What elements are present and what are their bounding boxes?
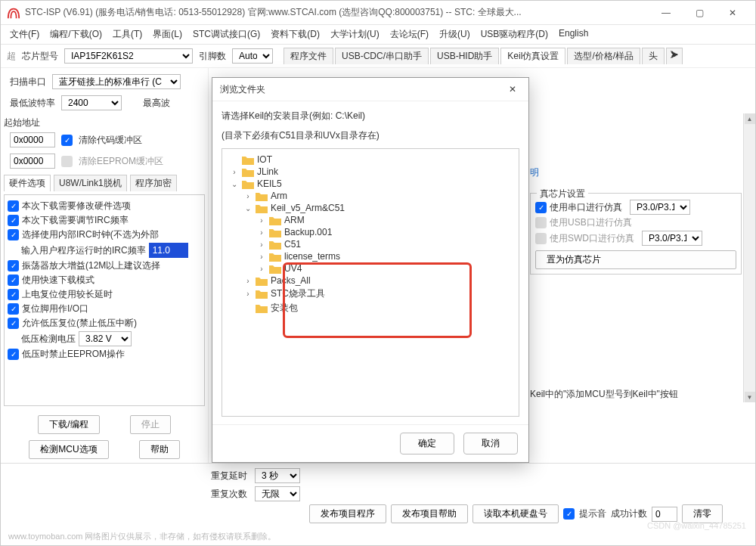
sim-serial-check[interactable]: ✓ — [535, 202, 547, 213]
hw-opt-2-check[interactable]: ✓ — [8, 229, 19, 240]
hw-opt-5: 使用快速下载模式 — [22, 274, 94, 287]
modal-close-icon[interactable]: ✕ — [504, 82, 521, 96]
beep-check[interactable]: ✓ — [563, 508, 575, 520]
hw-opt-7: 复位脚用作I/O口 — [22, 302, 88, 315]
help-button[interactable]: 帮助 — [139, 440, 180, 459]
hw-opt-7-check[interactable]: ✓ — [8, 303, 19, 315]
menu-university[interactable]: 大学计划(U) — [330, 28, 380, 41]
tree-item-jlink[interactable]: ›JLink — [228, 166, 516, 178]
maximize-button[interactable]: ▢ — [683, 2, 716, 24]
clear-eeprom-check[interactable] — [61, 156, 73, 167]
tree-item-backup[interactable]: ›Backup.001 — [256, 226, 516, 238]
sim-serial-port[interactable]: P3.0/P3.1 — [630, 200, 690, 215]
modal-hint1: 请选择Keil的安装目录(例如: C:\Keil) — [222, 109, 519, 123]
hw-tab-options[interactable]: 硬件选项 — [4, 175, 51, 191]
tabs-scroll-right[interactable]: ⮞ — [666, 48, 683, 64]
sim-swd-check[interactable] — [535, 233, 547, 244]
retry-count-select[interactable]: 无限 — [255, 486, 300, 501]
hw-opt-0-check[interactable]: ✓ — [8, 200, 19, 212]
menu-program[interactable]: 编程/下载(O) — [50, 28, 102, 41]
tree-item-uv4[interactable]: ›UV4 — [256, 262, 516, 275]
irc-freq-input[interactable] — [149, 243, 188, 258]
modal-title: 浏览文件夹 — [220, 83, 265, 96]
tree-item-stc-tool[interactable]: ›STC烧录工具 — [242, 287, 516, 301]
hw-opt-10-check[interactable]: ✓ — [8, 349, 19, 360]
minimize-button[interactable]: ― — [649, 2, 683, 24]
sim-serial-label: 使用串口进行仿真 — [550, 201, 622, 214]
folder-tree[interactable]: IOT ›JLink ⌄KEIL5 ›Arm ⌄Keil_v5_Arm&C51 … — [225, 154, 516, 315]
tab-header[interactable]: 头 — [642, 48, 665, 64]
hw-opt-3: 输入用户程序运行时的IRC频率 — [21, 244, 146, 257]
tree-item-arm[interactable]: ›Arm — [242, 190, 516, 202]
detect-mcu-button[interactable]: 检测MCU选项 — [29, 440, 108, 459]
menu-download[interactable]: 资料下载(D) — [271, 28, 320, 41]
min-baud-select[interactable]: 2400 — [61, 95, 122, 110]
tab-usb-cdc[interactable]: USB-CDC/串口助手 — [335, 48, 429, 64]
retry-delay-label: 重复延时 — [211, 470, 247, 482]
min-baud-label: 最低波特率 — [10, 97, 55, 110]
menu-file[interactable]: 文件(F) — [10, 28, 39, 41]
hw-opt-6-check[interactable]: ✓ — [8, 289, 19, 300]
tab-keil-sim[interactable]: Keil仿真设置 — [500, 48, 565, 64]
tree-item-install[interactable]: 安装包 — [242, 301, 516, 315]
app-logo-icon — [7, 6, 20, 20]
hw-opt-10: 低压时禁止EEPROM操作 — [22, 348, 125, 361]
modal-ok-button[interactable]: 确定 — [400, 433, 454, 454]
vertical-scrollbar[interactable]: ▲ ▼ — [743, 113, 755, 402]
tree-item-keil5[interactable]: ⌄KEIL5 — [228, 178, 516, 190]
sim-instr[interactable]: 明 — [530, 166, 742, 179]
menu-usb-driver[interactable]: USB驱动程序(D) — [481, 28, 548, 41]
sim-usb-check[interactable] — [535, 217, 547, 228]
hw-opt-8-check[interactable]: ✓ — [8, 318, 19, 329]
pins-select[interactable]: Auto — [232, 48, 273, 64]
addr2-input[interactable] — [10, 154, 55, 169]
hw-tab-encrypt[interactable]: 程序加密 — [130, 175, 177, 191]
retry-delay-select[interactable]: 3 秒 — [255, 468, 300, 483]
left-panel: 扫描串口 蓝牙链接上的标准串行 (C 最低波特率 2400 最高波 起始地址 ✓… — [1, 68, 209, 463]
menu-upgrade[interactable]: 升级(U) — [439, 28, 470, 41]
browse-folder-dialog: 浏览文件夹 ✕ 请选择Keil的安装目录(例如: C:\Keil) (目录下必须… — [212, 77, 529, 463]
clear-code-check[interactable]: ✓ — [61, 135, 73, 146]
tab-program-file[interactable]: 程序文件 — [284, 48, 333, 64]
modal-cancel-button[interactable]: 取消 — [463, 433, 518, 454]
sim-group-title: 真芯片设置 — [537, 188, 588, 200]
download-button[interactable]: 下载/编程 — [38, 415, 99, 434]
hw-opt-4-check[interactable]: ✓ — [8, 260, 19, 271]
menu-stc-debug[interactable]: STC调试接口(G) — [193, 28, 260, 41]
lv-voltage-select[interactable]: 3.82 V — [79, 331, 132, 346]
read-disk-button[interactable]: 读取本机硬盘号 — [472, 504, 559, 523]
sim-usb-label: 使用USB口进行仿真 — [550, 216, 632, 229]
tree-item-arm2[interactable]: ›ARM — [256, 214, 516, 226]
menu-english[interactable]: English — [559, 28, 588, 41]
hw-tab-u8w[interactable]: U8W/Link1脱机 — [54, 175, 127, 191]
scroll-down-icon[interactable]: ▼ — [745, 392, 755, 402]
tree-item-license[interactable]: ›license_terms — [256, 250, 516, 262]
tree-item-packs[interactable]: ›Packs_All — [242, 275, 516, 287]
sim-swd-port[interactable]: P3.0/P3.1 — [642, 231, 702, 246]
serial-port-select[interactable]: 蓝牙链接上的标准串行 (C — [52, 74, 181, 89]
success-count[interactable] — [652, 507, 677, 522]
modal-hint2: (目录下必须有C51目录和UVx目录存在) — [222, 129, 519, 142]
menu-interface[interactable]: 界面(L) — [153, 28, 182, 41]
titlebar: STC-ISP (V6.91) (服务电话/销售电话: 0513-5501292… — [1, 1, 755, 25]
set-sim-chip-button[interactable]: 置为仿真芯片 — [535, 250, 736, 269]
menu-forum[interactable]: 去论坛(F) — [390, 28, 429, 41]
tree-item-c51[interactable]: ›C51 — [256, 238, 516, 250]
chip-select[interactable]: IAP15F2K61S2 — [64, 48, 193, 64]
hw-opt-4: 振荡器放大增益(12M以上建议选择 — [22, 259, 160, 272]
menu-tools[interactable]: 工具(T) — [113, 28, 142, 41]
tree-item-keilv5[interactable]: ⌄Keil_v5_Arm&C51 — [242, 202, 516, 214]
stop-button[interactable]: 停止 — [130, 415, 171, 434]
chip-label: 芯片型号 — [22, 50, 58, 63]
scroll-up-icon[interactable]: ▲ — [745, 113, 755, 124]
hw-opt-1-check[interactable]: ✓ — [8, 215, 19, 226]
tree-item-iot[interactable]: IOT — [228, 154, 516, 166]
tab-usb-hid[interactable]: USB-HID助手 — [430, 48, 499, 64]
tab-price[interactable]: 选型/价格/样品 — [567, 48, 640, 64]
publish-prog-button[interactable]: 发布项目程序 — [309, 504, 386, 523]
publish-help-button[interactable]: 发布项目帮助 — [391, 504, 468, 523]
hw-opt-5-check[interactable]: ✓ — [8, 275, 19, 286]
addr1-input[interactable] — [10, 132, 55, 147]
menubar: 文件(F) 编程/下载(O) 工具(T) 界面(L) STC调试接口(G) 资料… — [1, 25, 755, 45]
close-button[interactable]: ✕ — [716, 2, 749, 24]
